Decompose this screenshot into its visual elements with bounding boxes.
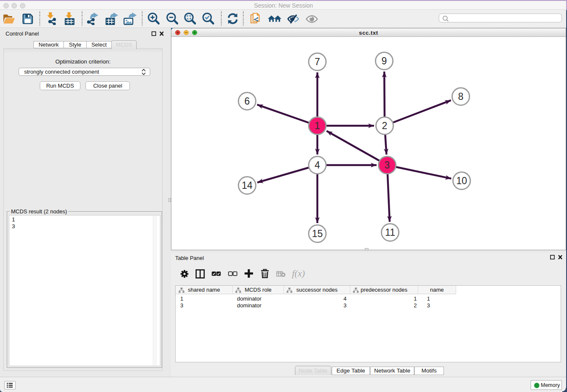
- svg-text:11: 11: [385, 227, 395, 238]
- svg-text:4: 4: [315, 160, 320, 171]
- svg-text:7: 7: [315, 56, 320, 67]
- svg-text:14: 14: [242, 180, 253, 191]
- svg-text:1: 1: [315, 120, 320, 131]
- svg-text:8: 8: [458, 91, 464, 102]
- svg-text:2: 2: [382, 120, 388, 131]
- svg-text:3: 3: [385, 160, 390, 171]
- svg-text:6: 6: [245, 96, 250, 107]
- svg-text:10: 10: [456, 175, 467, 186]
- svg-text:15: 15: [312, 228, 323, 239]
- svg-text:9: 9: [382, 55, 387, 66]
